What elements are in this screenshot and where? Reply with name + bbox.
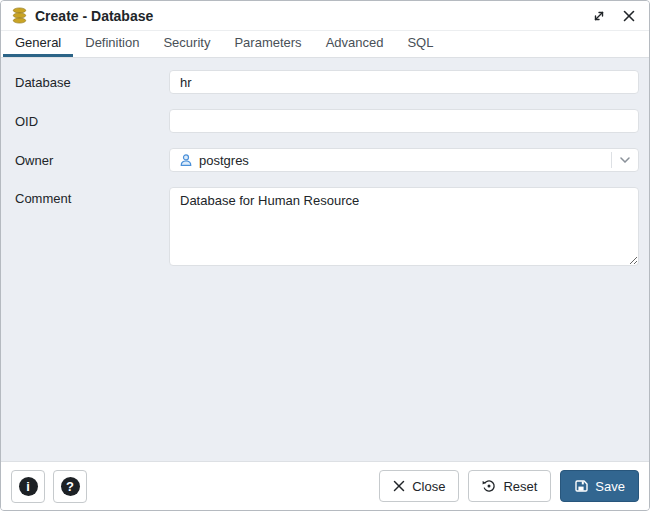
close-button[interactable]: Close	[379, 470, 459, 502]
create-database-dialog: Create - Database General Definition Sec…	[0, 0, 650, 511]
info-icon: i	[19, 477, 38, 496]
dialog-footer: i ? Close Reset	[1, 461, 649, 510]
oid-row: OID	[1, 109, 649, 133]
comment-row: Comment Database for Human Resource	[1, 187, 649, 266]
database-icon	[11, 7, 28, 24]
dialog-tabs: General Definition Security Parameters A…	[1, 31, 649, 58]
oid-input[interactable]	[169, 109, 639, 133]
database-input[interactable]	[169, 70, 639, 94]
expand-icon[interactable]	[592, 9, 605, 22]
owner-label: Owner	[15, 153, 169, 168]
comment-textarea[interactable]: Database for Human Resource	[169, 187, 639, 266]
owner-value: postgres	[199, 153, 249, 168]
reset-button[interactable]: Reset	[468, 470, 551, 502]
general-tab-panel: Database OID Owner postgres	[1, 58, 649, 461]
owner-select[interactable]: postgres	[169, 148, 639, 172]
comment-label: Comment	[15, 191, 169, 206]
reset-icon	[482, 479, 496, 493]
tab-security[interactable]: Security	[151, 31, 222, 57]
dialog-titlebar: Create - Database	[1, 1, 649, 31]
close-icon[interactable]	[622, 9, 635, 22]
x-icon	[393, 480, 405, 492]
oid-label: OID	[15, 114, 169, 129]
tab-general[interactable]: General	[3, 31, 73, 57]
floppy-icon	[574, 479, 588, 493]
owner-row: Owner postgres	[1, 148, 649, 172]
info-button[interactable]: i	[11, 470, 45, 503]
tab-sql[interactable]: SQL	[395, 31, 445, 57]
tab-advanced[interactable]: Advanced	[314, 31, 396, 57]
user-icon	[179, 153, 193, 167]
database-label: Database	[15, 75, 169, 90]
dialog-title: Create - Database	[35, 8, 153, 24]
tab-definition[interactable]: Definition	[73, 31, 151, 57]
save-button[interactable]: Save	[560, 470, 639, 502]
tab-parameters[interactable]: Parameters	[222, 31, 313, 57]
database-row: Database	[1, 70, 649, 94]
save-button-label: Save	[595, 479, 625, 494]
close-button-label: Close	[412, 479, 445, 494]
help-icon: ?	[61, 477, 80, 496]
help-button[interactable]: ?	[53, 470, 87, 503]
reset-button-label: Reset	[503, 479, 537, 494]
chevron-down-icon	[611, 152, 638, 168]
